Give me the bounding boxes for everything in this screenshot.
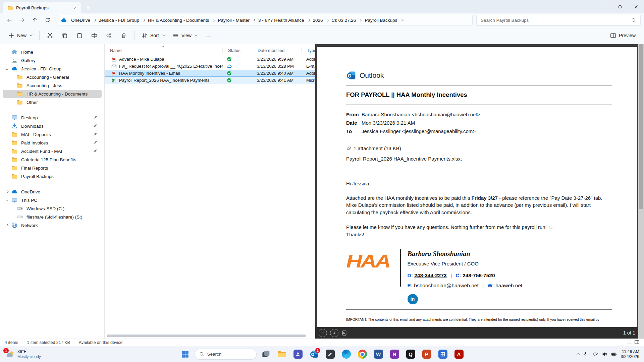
sidebar-item-paid-invoices[interactable]: Paid Invoices [3,139,102,147]
battery-icon[interactable] [611,351,617,357]
teams-button[interactable] [291,347,305,361]
acrobat-button[interactable]: A [452,347,466,361]
column-header-name[interactable]: Name [105,48,223,53]
edge-button[interactable] [339,347,353,361]
breadcrumb-item-payroll-backups[interactable]: Payroll Backups [363,16,399,24]
taskbar-search[interactable]: Search [195,349,257,360]
sidebar-item-cafeteria-125-plan-benefits[interactable]: Cafeteria 125 Plan Benefits [3,156,102,164]
column-header-status[interactable]: Status [223,48,252,53]
breadcrumb-item-jessica-fdi-group[interactable]: Jessica - FDI Group [97,16,141,24]
delete-button[interactable] [117,29,131,42]
sidebar-item-this-pc[interactable]: This PC [3,196,102,204]
breadcrumb-item-ck-032726[interactable]: Ck 03.27.26 [330,16,358,24]
onenote-button[interactable]: N [388,347,401,361]
file-explorer-button[interactable] [275,347,289,361]
back-button[interactable] [3,15,15,25]
explorer-tab[interactable]: Payroll Backups [3,2,81,13]
maximize-button[interactable] [612,0,628,13]
tab-close-button[interactable] [71,4,79,12]
minimize-button[interactable] [596,0,612,13]
sidebar-item-payroll-backups[interactable]: Payroll Backups [3,172,102,180]
tray-overflow-chevron-icon[interactable] [577,353,580,356]
sidebar-item-onedrive[interactable]: OneDrive [3,188,102,196]
details-view-button[interactable] [627,340,632,346]
more-options-button[interactable]: … [202,29,216,42]
zoom-page-button[interactable] [341,330,347,336]
horizontal-scrollbar[interactable] [107,334,312,337]
chevron-right-icon[interactable] [6,190,8,193]
refresh-button[interactable] [42,15,53,25]
table-row[interactable]: Advance - Mike Dulapa 3/23/2026 9:39 AM … [105,56,315,63]
copy-button[interactable] [58,29,72,42]
sort-button[interactable]: Sort [138,29,168,42]
rename-button[interactable] [87,29,101,42]
from-label: From [346,110,362,119]
breadcrumb-item-2026[interactable]: 2026 [311,16,325,24]
folder-icon [11,140,17,146]
next-page-button[interactable] [330,329,338,337]
chevron-down-icon[interactable] [6,67,8,70]
sidebar-item-accounting-general[interactable]: Accounting - General [3,73,102,81]
paste-button[interactable] [72,29,87,42]
word-button[interactable]: W [372,347,385,361]
share-button[interactable] [102,29,116,42]
sidebar-item-accident-fund-mai[interactable]: Accident Fund - MAI [3,147,102,155]
scrollbar-thumb[interactable] [639,44,643,209]
notes-app-button[interactable] [323,347,337,361]
sidebar-item-desktop[interactable]: Desktop [3,114,102,122]
table-row[interactable]: Fw_ Request for Approval __ 4Q2025 Execu… [105,63,315,70]
taskbar-clock[interactable]: 11:46 AM 3/24/2026 [621,349,639,359]
new-tab-button[interactable] [83,2,93,13]
sidebar-item-accounting-jess[interactable]: Accounting - Jess [3,81,102,89]
folder-icon [11,148,17,154]
start-button[interactable] [178,347,192,361]
wifi-icon[interactable] [592,351,598,357]
sidebar-item-home[interactable]: Home [3,48,102,56]
view-button[interactable]: View [169,29,201,42]
table-row[interactable]: Payroll Report_2026 HAA_Incentive Paymen… [105,77,315,84]
sidebar-item-other[interactable]: Other [3,98,102,106]
toolbar-divider [39,31,40,40]
microphone-icon[interactable] [583,351,589,357]
new-button[interactable]: New [5,29,36,42]
q-app-button[interactable]: Q [404,347,418,361]
large-icons-view-button[interactable] [634,340,639,346]
outlook-button[interactable]: 1 [307,347,321,361]
breadcrumb-item-onedrive[interactable]: OneDrive [69,16,92,24]
column-header-type[interactable]: Type [302,48,315,53]
sidebar-item-gallery[interactable]: Gallery [3,56,102,64]
notification-badge: 1 [3,348,9,353]
sidebar-item-network[interactable]: Network [3,221,102,229]
chevron-right-icon[interactable] [6,224,8,227]
vertical-scrollbar[interactable] [638,44,644,339]
scrollbar-thumb[interactable] [107,335,306,337]
chevron-down-icon[interactable] [6,199,8,201]
sidebar-item-downloads[interactable]: Downloads [3,122,102,130]
search-input[interactable] [481,18,629,23]
preview-toggle-button[interactable]: Preview [606,29,639,42]
close-button[interactable] [628,0,644,13]
grid-app-button[interactable] [436,347,450,361]
forward-button[interactable] [16,15,28,25]
body-paragraph-3: Please let me know if you have any quest… [346,223,612,231]
breadcrumb-item-health-alliance[interactable]: 3 - 6Y7 Health Alliance [257,16,306,24]
volume-icon[interactable] [602,351,607,357]
task-view-button[interactable] [259,347,273,361]
breadcrumb-item-hr-accounting-documents[interactable]: HR & Accounting - Documents [146,16,211,24]
powerpoint-button[interactable]: P [420,347,434,361]
sidebar-item-fileshare-s[interactable]: fileshare (\\fdi-fileshare) (S:) [3,213,102,221]
previous-page-button[interactable] [319,329,327,337]
sidebar-item-mai-deposits[interactable]: MAI - Deposits [3,130,102,138]
sidebar-item-windows-ssd-c[interactable]: Windows-SSD (C:) [3,204,102,213]
sidebar-item-final-reports[interactable]: Final Reports [3,164,102,172]
chevron-down-icon[interactable] [401,18,404,21]
sidebar-item-jessica-fdi-group[interactable]: Jessica - FDI Group [3,65,102,73]
sidebar-item-hr-accounting-documents[interactable]: HR & Accounting - Documents [3,90,102,98]
cut-button[interactable] [43,29,57,42]
chrome-button[interactable] [356,347,369,361]
breadcrumb-item-payroll-master[interactable]: Payroll - Master [216,16,251,24]
column-header-date-modified[interactable]: Date modified [252,48,302,53]
weather-widget[interactable]: 1 36°F Mostly cloudy [3,346,44,362]
up-button[interactable] [29,15,41,25]
table-row-selected[interactable]: HAA Monthly Incentives - Email 3/23/2026… [105,70,315,77]
